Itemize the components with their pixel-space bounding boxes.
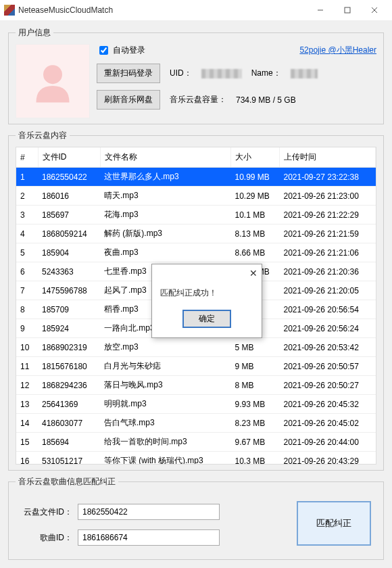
cell-name: 花海.mp3 bbox=[100, 206, 231, 224]
window-title: NeteaseMusicCloudMatch bbox=[18, 5, 307, 15]
cell-time: 2021-09-26 21:23:00 bbox=[280, 187, 376, 206]
cell-time: 2021-09-26 21:22:29 bbox=[280, 206, 376, 224]
cell-id: 25641369 bbox=[38, 395, 100, 414]
cell-time: 2021-09-27 23:22:38 bbox=[280, 168, 376, 187]
cell-name: 解药 (新版).mp3 bbox=[100, 224, 231, 243]
cell-size: 8.66 MB bbox=[231, 243, 280, 262]
cell-size: 10.29 MB bbox=[231, 187, 280, 206]
table-row[interactable]: 5185904夜曲.mp38.66 MB2021-09-26 21:21:06 bbox=[16, 243, 376, 262]
close-button[interactable] bbox=[361, 0, 388, 20]
cell-size: 9.93 MB bbox=[231, 395, 280, 414]
match-fix-legend: 音乐云盘歌曲信息匹配纠正 bbox=[16, 476, 118, 488]
table-row[interactable]: 14418603077告白气球.mp38.23 MB2021-09-26 20:… bbox=[16, 414, 376, 433]
credit-link[interactable]: 52pojie @小黑Healer bbox=[299, 45, 376, 56]
cell-id: 418603077 bbox=[38, 414, 100, 433]
cell-idx: 6 bbox=[16, 262, 38, 281]
user-info-group: 用户信息 自动登录 52pojie @小黑Healer 重新扫码登录 UID： … bbox=[8, 27, 384, 124]
maximize-button[interactable] bbox=[334, 0, 361, 20]
match-fix-group: 音乐云盘歌曲信息匹配纠正 云盘文件ID： 歌曲ID： 匹配纠正 bbox=[8, 476, 384, 560]
cell-name: 等你下课 (with 杨瑞代).mp3 bbox=[100, 452, 231, 465]
uid-label: UID： bbox=[170, 68, 192, 79]
col-file-name[interactable]: 文件名称 bbox=[100, 147, 231, 168]
cell-id: 1862550422 bbox=[38, 168, 100, 187]
cell-time: 2021-09-26 20:53:42 bbox=[280, 338, 376, 357]
cell-id: 1475596788 bbox=[38, 281, 100, 300]
file-id-label: 云盘文件ID： bbox=[21, 506, 72, 518]
cell-name: 夜曲.mp3 bbox=[100, 243, 231, 262]
cell-size: 8 MB bbox=[231, 376, 280, 395]
auto-login-label: 自动登录 bbox=[113, 45, 145, 56]
song-id-input[interactable] bbox=[78, 529, 220, 546]
dialog-message: 匹配纠正成功！ bbox=[152, 282, 262, 303]
cell-name: 告白气球.mp3 bbox=[100, 414, 231, 433]
col-time[interactable]: 上传时间 bbox=[280, 147, 376, 168]
cell-name: 落日与晚风.mp3 bbox=[100, 376, 231, 395]
dialog-close-icon[interactable]: ✕ bbox=[249, 268, 258, 279]
cell-id: 185924 bbox=[38, 319, 100, 338]
cell-size: 10.99 MB bbox=[231, 168, 280, 187]
cell-idx: 14 bbox=[16, 414, 38, 433]
table-row[interactable]: 2186016晴天.mp310.29 MB2021-09-26 21:23:00 bbox=[16, 187, 376, 206]
cell-time: 2021-09-26 20:50:57 bbox=[280, 357, 376, 376]
minimize-button[interactable] bbox=[307, 0, 334, 20]
cell-time: 2021-09-26 21:20:36 bbox=[280, 262, 376, 281]
cell-time: 2021-09-26 20:43:29 bbox=[280, 452, 376, 465]
cell-idx: 10 bbox=[16, 338, 38, 357]
name-label: Name： bbox=[251, 68, 281, 79]
dialog-ok-button[interactable]: 确定 bbox=[182, 310, 231, 328]
cell-time: 2021-09-26 20:50:27 bbox=[280, 376, 376, 395]
cell-time: 2021-09-26 21:21:59 bbox=[280, 224, 376, 243]
cell-size: 8.23 MB bbox=[231, 414, 280, 433]
refresh-cloud-button[interactable]: 刷新音乐网盘 bbox=[97, 90, 160, 110]
cell-id: 186016 bbox=[38, 187, 100, 206]
table-row[interactable]: 11862550422这世界那么多人.mp310.99 MB2021-09-27… bbox=[16, 168, 376, 187]
table-row[interactable]: 1325641369明明就.mp39.93 MB2021-09-26 20:45… bbox=[16, 395, 376, 414]
app-icon bbox=[4, 5, 15, 16]
cell-idx: 13 bbox=[16, 395, 38, 414]
auto-login-input[interactable] bbox=[99, 46, 108, 55]
cell-name: 给我一首歌的时间.mp3 bbox=[100, 433, 231, 452]
cell-idx: 7 bbox=[16, 281, 38, 300]
cell-id: 185694 bbox=[38, 433, 100, 452]
cell-id: 185697 bbox=[38, 206, 100, 224]
cell-size: 5 MB bbox=[231, 338, 280, 357]
cell-idx: 9 bbox=[16, 319, 38, 338]
cell-idx: 8 bbox=[16, 300, 38, 319]
file-id-input[interactable] bbox=[78, 504, 220, 520]
table-row[interactable]: 121868294236落日与晚风.mp38 MB2021-09-26 20:5… bbox=[16, 376, 376, 395]
cell-idx: 15 bbox=[16, 433, 38, 452]
cell-idx: 5 bbox=[16, 243, 38, 262]
cell-id: 1868902319 bbox=[38, 338, 100, 357]
col-size[interactable]: 大小 bbox=[231, 147, 280, 168]
table-row[interactable]: 111815676180白月光与朱砂痣9 MB2021-09-26 20:50:… bbox=[16, 357, 376, 376]
cell-name: 晴天.mp3 bbox=[100, 187, 231, 206]
auto-login-checkbox[interactable]: 自动登录 bbox=[97, 44, 145, 57]
table-row[interactable]: 15185694给我一首歌的时间.mp39.67 MB2021-09-26 20… bbox=[16, 433, 376, 452]
cell-size: 8.13 MB bbox=[231, 224, 280, 243]
cell-time: 2021-09-26 20:45:32 bbox=[280, 395, 376, 414]
cell-size: 10.3 MB bbox=[231, 452, 280, 465]
cell-idx: 1 bbox=[16, 168, 38, 187]
cell-idx: 2 bbox=[16, 187, 38, 206]
cell-time: 2021-09-26 20:56:54 bbox=[280, 300, 376, 319]
avatar bbox=[16, 44, 90, 118]
cell-time: 2021-09-26 20:44:00 bbox=[280, 433, 376, 452]
cell-time: 2021-09-26 20:56:24 bbox=[280, 319, 376, 338]
match-fix-button[interactable]: 匹配纠正 bbox=[297, 501, 371, 546]
cell-id: 1868059214 bbox=[38, 224, 100, 243]
table-row[interactable]: 3185697花海.mp310.1 MB2021-09-26 21:22:29 bbox=[16, 206, 376, 224]
table-row[interactable]: 41868059214解药 (新版).mp38.13 MB2021-09-26 … bbox=[16, 224, 376, 243]
cell-id: 5243363 bbox=[38, 262, 100, 281]
capacity-label: 音乐云盘容量： bbox=[170, 94, 226, 105]
cell-size: 10.1 MB bbox=[231, 206, 280, 224]
cell-idx: 16 bbox=[16, 452, 38, 465]
col-index[interactable]: # bbox=[16, 147, 38, 168]
cell-name: 白月光与朱砂痣 bbox=[100, 357, 231, 376]
rescan-login-button[interactable]: 重新扫码登录 bbox=[97, 64, 160, 83]
col-file-id[interactable]: 文件ID bbox=[38, 147, 100, 168]
svg-point-4 bbox=[43, 65, 62, 84]
table-row[interactable]: 101868902319放空.mp35 MB2021-09-26 20:53:4… bbox=[16, 338, 376, 357]
table-row[interactable]: 16531051217等你下课 (with 杨瑞代).mp310.3 MB202… bbox=[16, 452, 376, 465]
title-bar: NeteaseMusicCloudMatch bbox=[0, 0, 392, 20]
song-id-label: 歌曲ID： bbox=[21, 532, 72, 544]
